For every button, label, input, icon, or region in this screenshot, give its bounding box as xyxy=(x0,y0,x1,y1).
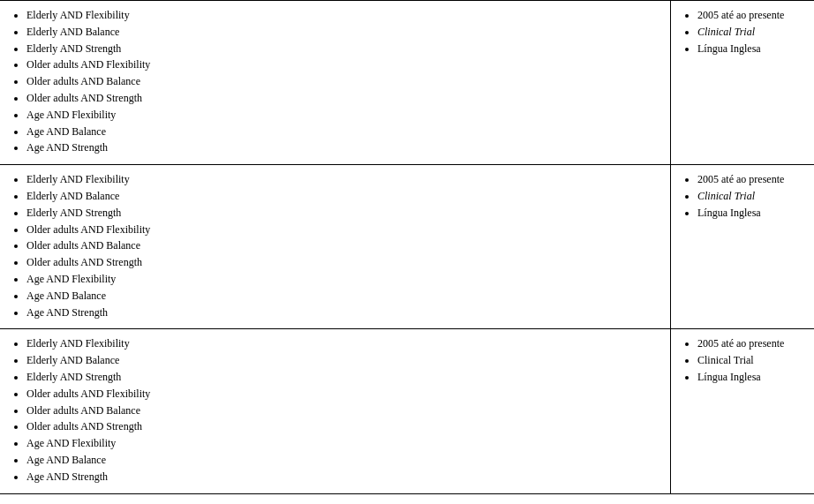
list-item: Age AND Balance xyxy=(26,453,659,468)
list-item: Clinical Trial xyxy=(697,353,803,368)
list-item: Age AND Balance xyxy=(26,289,659,304)
list-item: Older adults AND Flexibility xyxy=(26,387,659,402)
list-item: Age AND Flexibility xyxy=(26,436,659,451)
list-item: Age AND Strength xyxy=(26,470,659,485)
list-item: Older adults AND Balance xyxy=(26,238,659,253)
list-item: Older adults AND Balance xyxy=(26,74,659,89)
list-item: Older adults AND Flexibility xyxy=(26,222,659,237)
list-item: 2005 até ao presente xyxy=(697,172,803,187)
list-item: Age AND Balance xyxy=(26,124,659,139)
list-item: Age AND Strength xyxy=(26,305,659,320)
list-item: Elderly AND Balance xyxy=(26,353,659,368)
list-item: Older adults AND Balance xyxy=(26,403,659,418)
main-table: Elderly AND FlexibilityElderly AND Balan… xyxy=(0,0,814,494)
table-row-2: Elderly AND FlexibilityElderly AND Balan… xyxy=(0,164,814,328)
list-item: Elderly AND Balance xyxy=(26,25,659,40)
left-col-2: Elderly AND FlexibilityElderly AND Balan… xyxy=(0,165,671,328)
list-item: Clinical Trial xyxy=(697,189,803,204)
right-col-2: 2005 até ao presenteClinical TrialLíngua… xyxy=(671,165,814,328)
list-item: Clinical Trial xyxy=(697,25,803,40)
list-item: Age AND Flexibility xyxy=(26,108,659,123)
list-item: 2005 até ao presente xyxy=(697,8,803,23)
list-item: Língua Inglesa xyxy=(697,206,803,221)
list-item: 2005 até ao presente xyxy=(697,336,803,351)
list-item: Elderly AND Strength xyxy=(26,206,659,221)
list-item: Elderly AND Strength xyxy=(26,370,659,385)
list-item: Older adults AND Strength xyxy=(26,91,659,106)
list-item: Elderly AND Strength xyxy=(26,41,659,56)
list-item: Older adults AND Flexibility xyxy=(26,57,659,72)
table-row-3: Elderly AND FlexibilityElderly AND Balan… xyxy=(0,328,814,493)
left-col-1: Elderly AND FlexibilityElderly AND Balan… xyxy=(0,1,671,164)
list-item: Age AND Strength xyxy=(26,140,659,155)
list-item: Elderly AND Balance xyxy=(26,189,659,204)
list-item: Elderly AND Flexibility xyxy=(26,8,659,23)
list-item: Elderly AND Flexibility xyxy=(26,172,659,187)
list-item: Língua Inglesa xyxy=(697,41,803,56)
right-col-3: 2005 até ao presenteClinical TrialLíngua… xyxy=(671,329,814,493)
left-col-3: Elderly AND FlexibilityElderly AND Balan… xyxy=(0,329,671,493)
list-item: Age AND Flexibility xyxy=(26,272,659,287)
list-item: Língua Inglesa xyxy=(697,370,803,385)
list-item: Older adults AND Strength xyxy=(26,255,659,270)
table-row-1: Elderly AND FlexibilityElderly AND Balan… xyxy=(0,0,814,164)
right-col-1: 2005 até ao presenteClinical TrialLíngua… xyxy=(671,1,814,164)
list-item: Older adults AND Strength xyxy=(26,419,659,434)
list-item: Elderly AND Flexibility xyxy=(26,336,659,351)
